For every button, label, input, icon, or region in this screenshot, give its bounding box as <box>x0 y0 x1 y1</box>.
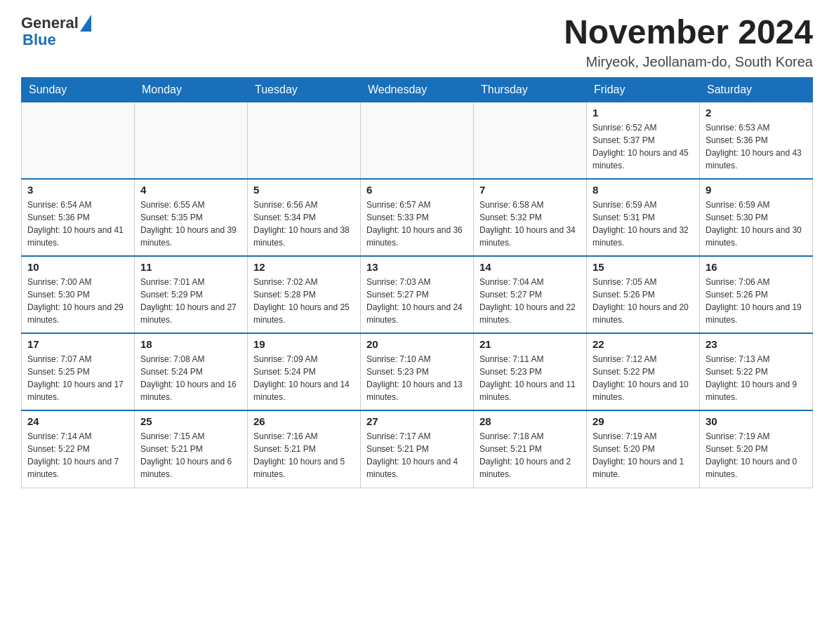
day-number: 18 <box>140 338 241 350</box>
title-area: November 2024 Miryeok, Jeollanam-do, Sou… <box>564 14 813 70</box>
location-title: Miryeok, Jeollanam-do, South Korea <box>564 54 813 70</box>
day-number: 25 <box>140 415 241 427</box>
day-number: 4 <box>140 184 241 196</box>
calendar-cell <box>361 102 474 179</box>
day-info: Sunrise: 7:12 AMSunset: 5:22 PMDaylight:… <box>593 353 694 403</box>
day-number: 29 <box>593 415 694 427</box>
calendar-cell: 25Sunrise: 7:15 AMSunset: 5:21 PMDayligh… <box>135 410 248 488</box>
day-info: Sunrise: 6:53 AMSunset: 5:36 PMDaylight:… <box>706 121 807 172</box>
day-number: 15 <box>593 261 694 273</box>
calendar-cell: 26Sunrise: 7:16 AMSunset: 5:21 PMDayligh… <box>248 410 361 488</box>
month-title: November 2024 <box>564 14 813 51</box>
day-number: 1 <box>593 107 694 119</box>
header-friday: Friday <box>587 77 700 102</box>
day-info: Sunrise: 7:10 AMSunset: 5:23 PMDaylight:… <box>366 353 468 403</box>
calendar-cell: 6Sunrise: 6:57 AMSunset: 5:33 PMDaylight… <box>361 179 474 256</box>
day-info: Sunrise: 7:05 AMSunset: 5:26 PMDaylight:… <box>593 276 694 326</box>
day-number: 22 <box>593 338 694 350</box>
day-info: Sunrise: 6:58 AMSunset: 5:32 PMDaylight:… <box>479 199 581 249</box>
day-number: 13 <box>366 261 468 273</box>
logo: General Blue <box>21 14 91 49</box>
day-number: 14 <box>479 261 581 273</box>
calendar-table: SundayMondayTuesdayWednesdayThursdayFrid… <box>21 77 813 488</box>
day-number: 8 <box>593 184 694 196</box>
header-monday: Monday <box>135 77 248 102</box>
header-tuesday: Tuesday <box>248 77 361 102</box>
calendar-cell: 21Sunrise: 7:11 AMSunset: 5:23 PMDayligh… <box>474 333 587 410</box>
day-number: 28 <box>479 415 581 427</box>
day-info: Sunrise: 6:52 AMSunset: 5:37 PMDaylight:… <box>593 121 694 172</box>
day-number: 21 <box>479 338 581 350</box>
calendar-week-row-4: 24Sunrise: 7:14 AMSunset: 5:22 PMDayligh… <box>22 410 813 488</box>
day-info: Sunrise: 6:59 AMSunset: 5:31 PMDaylight:… <box>593 199 694 249</box>
header-wednesday: Wednesday <box>361 77 474 102</box>
calendar-cell: 19Sunrise: 7:09 AMSunset: 5:24 PMDayligh… <box>248 333 361 410</box>
day-info: Sunrise: 7:16 AMSunset: 5:21 PMDaylight:… <box>253 430 355 481</box>
logo-general: General <box>21 14 79 32</box>
calendar-cell: 30Sunrise: 7:19 AMSunset: 5:20 PMDayligh… <box>700 410 813 488</box>
day-info: Sunrise: 7:11 AMSunset: 5:23 PMDaylight:… <box>479 353 581 403</box>
day-number: 27 <box>366 415 468 427</box>
calendar-cell: 3Sunrise: 6:54 AMSunset: 5:36 PMDaylight… <box>22 179 135 256</box>
header-saturday: Saturday <box>700 77 813 102</box>
calendar-cell: 23Sunrise: 7:13 AMSunset: 5:22 PMDayligh… <box>700 333 813 410</box>
day-info: Sunrise: 7:19 AMSunset: 5:20 PMDaylight:… <box>593 430 694 481</box>
day-info: Sunrise: 7:19 AMSunset: 5:20 PMDaylight:… <box>706 430 807 481</box>
calendar-cell <box>474 102 587 179</box>
day-info: Sunrise: 7:00 AMSunset: 5:30 PMDaylight:… <box>27 276 128 326</box>
calendar-cell: 27Sunrise: 7:17 AMSunset: 5:21 PMDayligh… <box>361 410 474 488</box>
calendar-cell: 12Sunrise: 7:02 AMSunset: 5:28 PMDayligh… <box>248 256 361 333</box>
calendar-cell: 1Sunrise: 6:52 AMSunset: 5:37 PMDaylight… <box>587 102 700 179</box>
day-number: 6 <box>366 184 468 196</box>
day-number: 5 <box>253 184 355 196</box>
calendar-cell <box>135 102 248 179</box>
day-info: Sunrise: 6:55 AMSunset: 5:35 PMDaylight:… <box>140 199 241 249</box>
header-thursday: Thursday <box>474 77 587 102</box>
logo-blue: Blue <box>22 31 56 49</box>
calendar-header-row: SundayMondayTuesdayWednesdayThursdayFrid… <box>22 77 813 102</box>
page-header: General Blue November 2024 Miryeok, Jeol… <box>21 14 813 70</box>
calendar-cell: 16Sunrise: 7:06 AMSunset: 5:26 PMDayligh… <box>700 256 813 333</box>
calendar-cell: 4Sunrise: 6:55 AMSunset: 5:35 PMDaylight… <box>135 179 248 256</box>
day-number: 12 <box>253 261 355 273</box>
day-info: Sunrise: 7:14 AMSunset: 5:22 PMDaylight:… <box>27 430 128 481</box>
day-info: Sunrise: 6:59 AMSunset: 5:30 PMDaylight:… <box>706 199 807 249</box>
calendar-cell: 13Sunrise: 7:03 AMSunset: 5:27 PMDayligh… <box>361 256 474 333</box>
calendar-cell: 2Sunrise: 6:53 AMSunset: 5:36 PMDaylight… <box>700 102 813 179</box>
calendar-week-row-3: 17Sunrise: 7:07 AMSunset: 5:25 PMDayligh… <box>22 333 813 410</box>
calendar-week-row-1: 3Sunrise: 6:54 AMSunset: 5:36 PMDaylight… <box>22 179 813 256</box>
calendar-week-row-0: 1Sunrise: 6:52 AMSunset: 5:37 PMDaylight… <box>22 102 813 179</box>
calendar-cell: 29Sunrise: 7:19 AMSunset: 5:20 PMDayligh… <box>587 410 700 488</box>
calendar-cell: 28Sunrise: 7:18 AMSunset: 5:21 PMDayligh… <box>474 410 587 488</box>
day-info: Sunrise: 7:06 AMSunset: 5:26 PMDaylight:… <box>706 276 807 326</box>
day-info: Sunrise: 7:02 AMSunset: 5:28 PMDaylight:… <box>253 276 355 326</box>
day-number: 24 <box>27 415 128 427</box>
day-info: Sunrise: 7:01 AMSunset: 5:29 PMDaylight:… <box>140 276 241 326</box>
calendar-cell: 11Sunrise: 7:01 AMSunset: 5:29 PMDayligh… <box>135 256 248 333</box>
day-info: Sunrise: 7:08 AMSunset: 5:24 PMDaylight:… <box>140 353 241 403</box>
day-number: 23 <box>706 338 807 350</box>
day-info: Sunrise: 7:07 AMSunset: 5:25 PMDaylight:… <box>27 353 128 403</box>
calendar-cell: 14Sunrise: 7:04 AMSunset: 5:27 PMDayligh… <box>474 256 587 333</box>
day-number: 9 <box>706 184 807 196</box>
calendar-cell: 9Sunrise: 6:59 AMSunset: 5:30 PMDaylight… <box>700 179 813 256</box>
calendar-cell: 10Sunrise: 7:00 AMSunset: 5:30 PMDayligh… <box>22 256 135 333</box>
day-info: Sunrise: 7:09 AMSunset: 5:24 PMDaylight:… <box>253 353 355 403</box>
header-sunday: Sunday <box>22 77 135 102</box>
calendar-cell: 5Sunrise: 6:56 AMSunset: 5:34 PMDaylight… <box>248 179 361 256</box>
day-info: Sunrise: 6:57 AMSunset: 5:33 PMDaylight:… <box>366 199 468 249</box>
day-number: 11 <box>140 261 241 273</box>
day-info: Sunrise: 7:04 AMSunset: 5:27 PMDaylight:… <box>479 276 581 326</box>
day-number: 19 <box>253 338 355 350</box>
day-number: 10 <box>27 261 128 273</box>
calendar-cell: 20Sunrise: 7:10 AMSunset: 5:23 PMDayligh… <box>361 333 474 410</box>
calendar-cell: 22Sunrise: 7:12 AMSunset: 5:22 PMDayligh… <box>587 333 700 410</box>
day-info: Sunrise: 7:03 AMSunset: 5:27 PMDaylight:… <box>366 276 468 326</box>
day-info: Sunrise: 7:18 AMSunset: 5:21 PMDaylight:… <box>479 430 581 481</box>
day-info: Sunrise: 7:17 AMSunset: 5:21 PMDaylight:… <box>366 430 468 481</box>
calendar-cell: 17Sunrise: 7:07 AMSunset: 5:25 PMDayligh… <box>22 333 135 410</box>
day-info: Sunrise: 6:54 AMSunset: 5:36 PMDaylight:… <box>27 199 128 249</box>
day-number: 17 <box>27 338 128 350</box>
day-number: 16 <box>706 261 807 273</box>
calendar-cell: 15Sunrise: 7:05 AMSunset: 5:26 PMDayligh… <box>587 256 700 333</box>
